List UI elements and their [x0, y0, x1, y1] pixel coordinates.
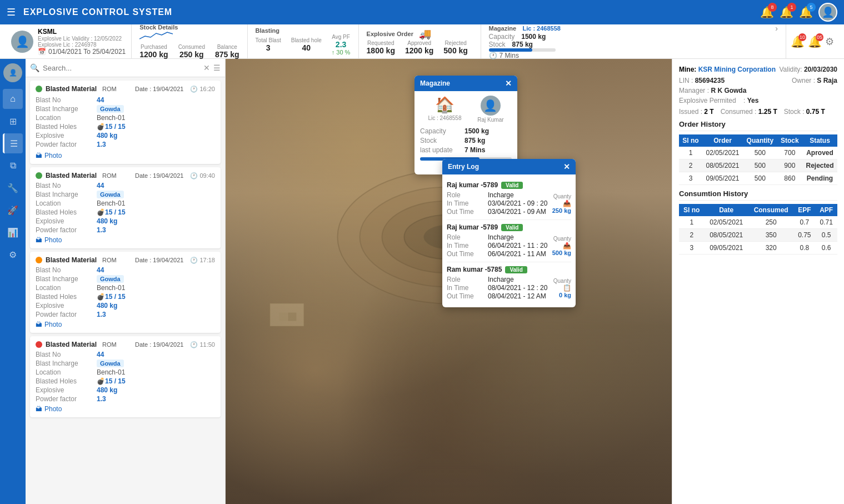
manager-row: Manager : R K Gowda [679, 87, 837, 94]
photo-btn-1[interactable]: 🏔Photo [36, 152, 215, 159]
total-blast-label: Total Blast [256, 37, 281, 43]
total-blast-value: 3 [266, 43, 271, 52]
hamburger-icon[interactable]: ☰ [7, 6, 16, 18]
blast-rom-2: ROM [102, 172, 117, 179]
chr2-epf: 0.75 [793, 229, 815, 242]
explosive-label-1: Explosive [36, 132, 97, 139]
powder-factor-val-3: 1.3 [97, 311, 106, 318]
issued-value: 2 T [704, 108, 713, 116]
manager-label: Manager : [679, 87, 711, 94]
magazine-popup-header: Magazine ✕ [414, 76, 517, 91]
blast-no-val-3: 44 [97, 266, 104, 274]
or3-stock: 860 [777, 172, 802, 185]
out-time-val-3: 08/04/2021 - 12 AM [488, 292, 546, 300]
blast-incharge-label-1: Blast Incharge [36, 105, 97, 113]
notification-badge-2: 1 [787, 3, 796, 12]
explosive-val-2: 480 kg [97, 217, 117, 225]
sidebar-item-grid[interactable]: ⊞ [3, 111, 23, 131]
explosive-label-3: Explosive [36, 302, 97, 310]
entry-status-1: Valid [501, 182, 523, 189]
explosive-permitted-row: Explosive Permited : Yes [679, 97, 837, 104]
in-time-label-1: In Time [447, 199, 485, 207]
explosive-val-3: 480 kg [97, 302, 117, 310]
house-icon: 🏠 [435, 96, 455, 114]
filter-icon[interactable]: ⚙ [825, 36, 834, 48]
map-area[interactable]: Magazine ✕ 🏠 Lic : 2468558 👤 Raj Kumar C… [226, 59, 672, 504]
sidebar-item-layers[interactable]: ⧉ [3, 156, 23, 176]
blast-date-3: Date : 19/04/2021 [135, 257, 183, 263]
entrylog-close[interactable]: ✕ [563, 162, 570, 171]
sidebar-item-chart[interactable]: 📊 [3, 222, 23, 242]
blast-incharge-label-3: Blast Incharge [36, 275, 97, 283]
consumption-history-table: Sl no Date Consumed EPF APF 1 02/05/2021… [679, 204, 837, 255]
qty-val-1: 250 kg [552, 207, 571, 214]
magazine-expand-icon[interactable]: › [775, 24, 778, 33]
or3-sl: 3 [679, 172, 702, 185]
chr1-sl: 1 [679, 216, 705, 229]
blast-no-val-1: 44 [97, 96, 104, 104]
sidebar-item-rocket[interactable]: 🚀 [3, 200, 23, 220]
blast-no-label-4: Blast No [36, 351, 97, 358]
blast-rom-4: ROM [102, 341, 117, 348]
sidebar-item-list[interactable]: ☰ [3, 133, 23, 153]
blast-card-3[interactable]: Blasted Material ROM Date : 19/04/2021 🕐… [30, 252, 221, 333]
or1-order: 02/05/2021 [702, 147, 743, 159]
sidebar-icons: 👤 ⌂ ⊞ ☰ ⧉ 🔧 🚀 📊 ⚙ [0, 59, 26, 504]
date-range: 📅01/04/2021 To 25/04/2021 [38, 48, 126, 56]
blasted-hole-value: 40 [302, 43, 311, 52]
notification-bell-3[interactable]: 🔔 5 [799, 6, 813, 19]
qty-label-1: Quanty [553, 193, 571, 199]
popup-stock-label: Stock [420, 137, 465, 144]
blast-rom-3: ROM [102, 257, 117, 263]
search-input[interactable] [43, 64, 200, 72]
blast-card-2[interactable]: Blasted Material ROM Date : 19/04/2021 🕐… [30, 167, 221, 248]
photo-btn-4[interactable]: 🏔Photo [36, 405, 215, 413]
sidebar-item-tools[interactable]: 🔧 [3, 178, 23, 198]
blasted-holes-label-4: Blasted Holes [36, 377, 97, 385]
alert-icon-2[interactable]: 🔔 05 [808, 35, 822, 48]
clear-icon[interactable]: ✕ [203, 63, 210, 72]
blast-date-4: Date : 19/04/2021 [135, 341, 183, 348]
blast-title-1: Blasted Material [46, 85, 97, 93]
requested-value: 1800 kg [367, 46, 395, 55]
order-history-title: Order History [679, 120, 837, 131]
blast-card-1[interactable]: Blasted Material ROM Date : 19/04/2021 🕐… [30, 81, 221, 164]
chr2-sl: 2 [679, 229, 705, 242]
in-time-val-1: 03/04/2021 - 09 : 20 [488, 199, 547, 207]
notification-bell-2[interactable]: 🔔 1 [780, 6, 793, 19]
user-avatar[interactable]: 👤 [818, 3, 837, 22]
in-time-val-2: 06/04/2021 - 11 : 20 [488, 242, 547, 249]
in-time-val-3: 08/04/2021 - 12 : 20 [488, 284, 547, 292]
holes-icon-2: 💣 [97, 208, 105, 216]
sidebar-item-home[interactable]: ⌂ [3, 89, 23, 109]
ch-col-epf: EPF [793, 204, 815, 216]
filter-list-icon[interactable]: ☰ [213, 63, 221, 72]
balance-label: Balance [217, 44, 237, 50]
qty-val-3: 0 kg [559, 292, 571, 298]
or2-status: Rejected [802, 159, 837, 172]
lin-value: 85694235 [695, 77, 725, 84]
or1-status: Aproved [802, 147, 837, 159]
status-indicator-2 [36, 172, 42, 179]
popup-lastupdate-value: 7 Mins [465, 146, 485, 154]
notification-bell-1[interactable]: 🔔 8 [760, 6, 774, 19]
chr1-apf: 0.71 [815, 216, 837, 229]
role-label-1: Role [447, 191, 485, 199]
blast-time-1: 🕐 16:20 [190, 86, 215, 93]
ch-row-2: 2 08/05/2021 350 0.75 0.5 [679, 229, 837, 242]
or2-qty: 500 [743, 159, 777, 172]
magazine-popup-close[interactable]: ✕ [505, 79, 512, 88]
holes-icon-1: 💣 [97, 123, 105, 131]
role-label-3: Role [447, 276, 485, 283]
alert-icon-1[interactable]: 🔔 10 [791, 35, 805, 48]
blasted-holes-val-2: 15 / 15 [105, 208, 126, 216]
or3-status: Pending [802, 172, 837, 185]
owner-label: Owner : S Raja [792, 77, 837, 84]
holes-icon-3: 💣 [97, 293, 105, 301]
blast-card-4[interactable]: Blasted Material ROM Date : 19/04/2021 🕐… [30, 336, 221, 417]
photo-btn-2[interactable]: 🏔Photo [36, 236, 215, 244]
explosive-order-title: Explosive Order [367, 31, 413, 37]
photo-btn-3[interactable]: 🏔Photo [36, 321, 215, 328]
status-indicator-4 [36, 341, 42, 348]
sidebar-item-settings[interactable]: ⚙ [3, 244, 23, 265]
